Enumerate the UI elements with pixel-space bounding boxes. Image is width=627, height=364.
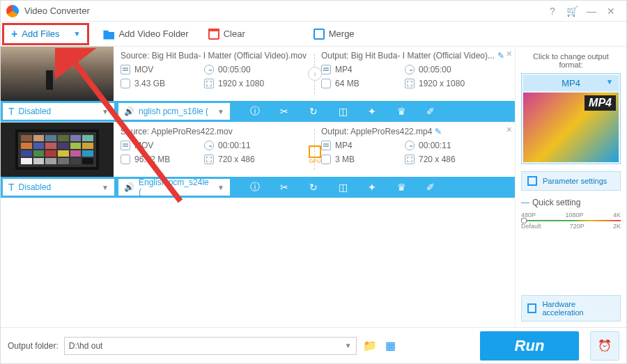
dimensions-icon xyxy=(204,79,214,88)
chevron-down-icon: ▼ xyxy=(217,184,224,191)
clear-label: Clear xyxy=(224,29,245,39)
run-button[interactable]: Run xyxy=(480,331,579,361)
slider-thumb[interactable] xyxy=(521,218,527,223)
output-format-picker[interactable]: MP4▼ MP4 xyxy=(521,73,621,164)
audio-select[interactable]: 🔊English pcm_s24le (▼ xyxy=(118,179,230,196)
list-item: Source: AppleProRes422.mov MOV 00:00:11 … xyxy=(1,122,515,198)
remove-item-button[interactable]: × xyxy=(506,124,512,135)
cut-icon[interactable]: ✂ xyxy=(278,181,291,193)
chevron-down-icon: ▼ xyxy=(102,184,109,191)
effects-icon[interactable]: ✦ xyxy=(366,105,378,118)
subtitle-label: Disabled xyxy=(19,106,52,116)
list-item: Source: Big Hit Buda- I Matter (Official… xyxy=(1,47,515,122)
arrow-right-icon: › xyxy=(308,67,322,81)
plus-icon: + xyxy=(11,28,17,40)
arrow-separator: GPU xyxy=(314,129,315,170)
add-folder-label: Add Video Folder xyxy=(118,29,188,39)
chevron-down-icon: ▼ xyxy=(606,78,613,86)
output-path: D:\hd out xyxy=(69,341,103,351)
size-icon xyxy=(321,155,331,164)
cut-icon[interactable]: ✂ xyxy=(278,105,291,118)
quick-setting: Quick setting 480P1080P4K Default720P2K xyxy=(521,198,621,231)
video-thumbnail[interactable] xyxy=(1,122,114,177)
subtitle-edit-icon[interactable]: ✐ xyxy=(424,181,437,193)
audio-select[interactable]: 🔊nglish pcm_s16le (▼ xyxy=(118,103,230,120)
app-window: Video Converter ? 🛒 — ✕ + Add Files ▼ Ad… xyxy=(0,0,627,364)
src-dim: 720 x 486 xyxy=(218,155,255,164)
format-badge: MP4 xyxy=(585,95,616,111)
help-icon[interactable]: ? xyxy=(543,4,562,18)
subtitle-select[interactable]: TDisabled▼ xyxy=(3,179,114,196)
watermark-icon[interactable]: ♛ xyxy=(395,181,408,193)
open-output-button[interactable]: ▦ xyxy=(383,339,398,353)
info-icon[interactable]: ⓘ xyxy=(249,105,261,118)
merge-label: Merge xyxy=(329,29,355,39)
quick-setting-title: Quick setting xyxy=(521,198,621,207)
effects-icon[interactable]: ✦ xyxy=(366,181,378,193)
out-dim: 1920 x 1080 xyxy=(419,79,465,88)
video-thumbnail[interactable] xyxy=(1,47,114,101)
subtitle-edit-icon[interactable]: ✐ xyxy=(424,105,437,118)
info-icon[interactable]: ⓘ xyxy=(249,181,261,193)
watermark-icon[interactable]: ♛ xyxy=(395,105,408,118)
cart-icon[interactable]: 🛒 xyxy=(562,4,582,18)
add-files-button[interactable]: + Add Files ▼ xyxy=(2,23,89,45)
rotate-icon[interactable]: ↻ xyxy=(307,105,320,118)
add-folder-button[interactable]: Add Video Folder xyxy=(98,26,194,42)
chevron-down-icon: ▼ xyxy=(217,108,224,116)
app-logo-icon xyxy=(6,5,19,17)
minimize-button[interactable]: — xyxy=(582,4,601,18)
clock-icon xyxy=(204,65,214,74)
output-column: Output: AppleProRes422.mp4✎ MP4 00:00:11… xyxy=(314,122,515,177)
parameter-settings-button[interactable]: Parameter settings xyxy=(521,171,621,191)
source-column: Source: Big Hit Buda- I Matter (Official… xyxy=(114,47,314,101)
chevron-down-icon[interactable]: ▼ xyxy=(74,30,81,38)
format-preview: MP4 xyxy=(523,93,619,162)
subtitle-select[interactable]: TDisabled▼ xyxy=(3,103,114,120)
param-label: Parameter settings xyxy=(543,177,607,185)
src-dim: 1920 x 1080 xyxy=(218,79,264,88)
out-size: 3 MB xyxy=(335,155,355,164)
format-icon xyxy=(121,141,130,150)
edit-icon[interactable]: ✎ xyxy=(497,51,504,61)
side-panel: Click to change output format: MP4▼ MP4 … xyxy=(515,47,626,327)
chevron-down-icon: ▼ xyxy=(102,108,109,116)
file-list: Source: Big Hit Buda- I Matter (Official… xyxy=(1,47,515,327)
output-folder-select[interactable]: D:\hd out▼ xyxy=(64,337,357,355)
main-body: Source: Big Hit Buda- I Matter (Official… xyxy=(1,47,626,327)
dimensions-icon xyxy=(204,155,214,164)
toolbar: + Add Files ▼ Add Video Folder Clear Mer… xyxy=(1,22,626,47)
output-folder-label: Output folder: xyxy=(8,341,59,351)
out-dim: 720 x 486 xyxy=(419,155,456,164)
out-format: MP4 xyxy=(335,141,353,150)
schedule-button[interactable]: ⏰ xyxy=(590,331,619,361)
app-title: Video Converter xyxy=(24,6,543,16)
hw-label: Hardware acceleration xyxy=(542,300,614,317)
folder-icon xyxy=(103,29,114,40)
src-size: 96.72 MB xyxy=(134,155,170,164)
browse-folder-button[interactable]: 📁 xyxy=(362,339,378,353)
out-duration: 00:00:11 xyxy=(419,141,451,150)
hardware-accel-button[interactable]: Hardware acceleration xyxy=(521,295,621,322)
crop-icon[interactable]: ◫ xyxy=(336,105,349,118)
clear-button[interactable]: Clear xyxy=(203,26,251,42)
quality-slider[interactable]: 480P1080P4K Default720P2K xyxy=(521,212,621,231)
merge-icon xyxy=(314,29,325,40)
chip-icon xyxy=(527,303,536,313)
output-label: Output: AppleProRes422.mp4 xyxy=(321,127,432,136)
out-format: MP4 xyxy=(335,65,353,74)
src-format: MOV xyxy=(134,65,153,74)
crop-icon[interactable]: ◫ xyxy=(336,181,349,193)
remove-item-button[interactable]: × xyxy=(506,48,512,59)
subtitle-label: Disabled xyxy=(19,182,52,192)
out-size: 64 MB xyxy=(335,79,359,88)
close-button[interactable]: ✕ xyxy=(601,4,621,18)
gpu-icon xyxy=(309,145,321,158)
titlebar: Video Converter ? 🛒 — ✕ xyxy=(1,1,626,22)
arrow-separator: › xyxy=(314,54,315,94)
rotate-icon[interactable]: ↻ xyxy=(307,181,320,193)
trash-icon xyxy=(208,29,219,40)
edit-icon[interactable]: ✎ xyxy=(435,127,442,136)
src-size: 3.43 GB xyxy=(134,79,165,88)
merge-button[interactable]: Merge xyxy=(308,26,360,42)
